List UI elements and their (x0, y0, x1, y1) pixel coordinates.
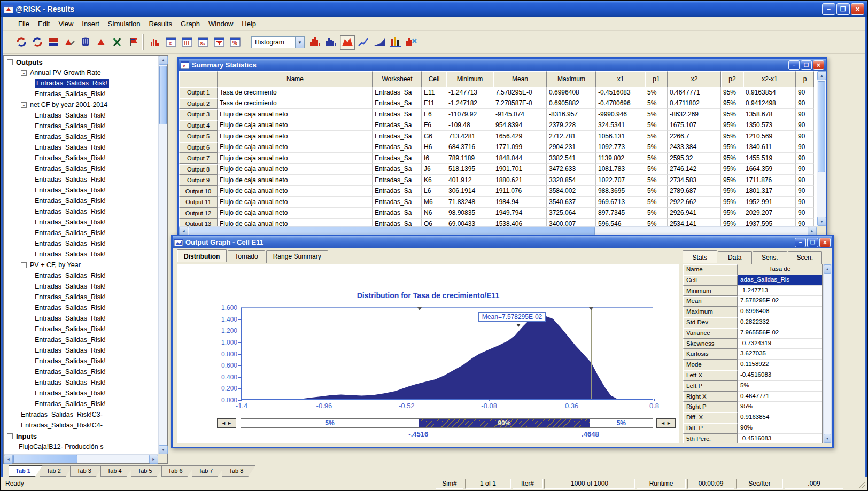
tree-output-item[interactable]: Entradas_Salidas_Risk! (5, 78, 158, 89)
menu-item-insert[interactable]: Insert (78, 18, 104, 29)
define-distribution-icon[interactable] (14, 35, 29, 50)
tree-output-item[interactable]: Entradas_Salidas_Risk! (5, 153, 158, 163)
summary-row-label[interactable]: Output 12 (179, 208, 218, 219)
sheet-tab-tab-5[interactable]: Tab 5 (131, 465, 165, 477)
tree-input-item[interactable]: FlujoCaja!B12- Producción s (5, 441, 158, 452)
tree-output-item[interactable]: Entradas_Salidas_Risk! (5, 334, 158, 345)
stats-scrollbar[interactable]: ▲ ▼ (823, 264, 832, 443)
tree-output-item[interactable]: Entradas_Salidas_Risk! (5, 185, 158, 196)
stats-scroll-up-icon[interactable]: ▲ (824, 264, 831, 274)
summary-row-label[interactable]: Output 5 (179, 131, 218, 142)
summary-hscroll-thumb[interactable] (189, 227, 595, 235)
graph-minimize-icon[interactable]: – (795, 238, 806, 247)
cumulative-graph-icon[interactable] (324, 35, 339, 50)
model-window-icon[interactable] (78, 35, 93, 50)
tree-output-item[interactable]: Entradas_Salidas_Risk! (5, 270, 158, 281)
summary-close-icon[interactable]: × (813, 60, 824, 70)
stats-row[interactable]: Celladas_Salidas_Ris (683, 275, 822, 286)
data-window-icon[interactable] (180, 35, 195, 50)
tree-output-item[interactable]: Entradas_Salidas_Risk!C3- (5, 409, 158, 420)
tree-horizontal-scrollbar[interactable]: ◄ ► (4, 454, 158, 463)
tree-output-item[interactable]: Entradas_Salidas_Risk! (5, 238, 158, 249)
stats-row[interactable]: Maximum0.6996408 (683, 307, 822, 317)
summary-row-label[interactable]: Output 9 (179, 175, 218, 186)
tree-scroll-up-icon[interactable]: ▲ (159, 56, 168, 65)
summary-row[interactable]: Output 2Tasa de crecimientoEntradas_SaF1… (179, 98, 817, 110)
resize-grip[interactable] (858, 481, 865, 488)
tree-output-item[interactable]: Entradas_Salidas_Risk! (5, 377, 158, 388)
tree-output-group[interactable]: -PV + CF, by Year (5, 260, 158, 270)
percentile-window-icon[interactable]: % (228, 35, 243, 50)
collapse-icon[interactable]: - (7, 433, 13, 439)
tree-output-item[interactable]: Entradas_Salidas_Risk! (5, 249, 158, 260)
tree-output-item[interactable]: Entradas_Salidas_Risk! (5, 131, 158, 142)
sheet-tab-tab-8[interactable]: Tab 8 (222, 465, 255, 477)
slider-mid-segment[interactable]: 90% (418, 419, 590, 427)
summary-row[interactable]: Output 3Flujo de caja anual netoEntradas… (179, 109, 817, 120)
dropdown-arrow-icon[interactable]: ▼ (295, 37, 304, 48)
tree-outputs-root[interactable]: -Outputs (5, 57, 158, 67)
summary-row-label[interactable]: Output 2 (179, 98, 218, 110)
stats-tab-stats[interactable]: Stats (683, 250, 717, 263)
summary-vscroll-thumb[interactable] (818, 81, 825, 172)
menu-item-view[interactable]: View (54, 18, 78, 29)
tree-output-item[interactable]: Entradas_Salidas_Risk! (5, 110, 158, 121)
graph-tab-range-summary[interactable]: Range Summary (266, 250, 328, 263)
tree-output-item[interactable]: Entradas_Salidas_Risk! (5, 174, 158, 185)
summary-row[interactable]: Output 7Flujo de caja anual netoEntradas… (179, 153, 817, 164)
summary-scroll-up-icon[interactable]: ▲ (817, 71, 826, 80)
collapse-icon[interactable]: - (21, 70, 27, 76)
summary-scroll-down-icon[interactable]: ▼ (817, 217, 826, 226)
stats-row[interactable]: Skewness-0.7324319 (683, 339, 822, 349)
insert-function-icon[interactable] (46, 35, 61, 50)
tree-output-item[interactable]: Entradas_Salidas_Risk! (5, 399, 158, 409)
distribution-artist-icon[interactable] (62, 35, 77, 50)
tree-output-item[interactable]: Entradas_Salidas_Risk! (5, 228, 158, 238)
tree-output-item[interactable]: Entradas_Salidas_Risk! (5, 163, 158, 174)
stats-tab-sens[interactable]: Sens. (753, 251, 787, 264)
graph-title-bar[interactable]: Output Graph - Cell E11 – ❐ × (173, 236, 832, 248)
tree-scroll-left-icon[interactable]: ◄ (4, 455, 13, 464)
slider-left-segment[interactable]: 5% (241, 419, 418, 427)
summary-row[interactable]: Output 8Flujo de caja anual netoEntradas… (179, 164, 817, 175)
add-output-icon[interactable] (30, 35, 45, 50)
tree-output-group[interactable]: -net CF by year 2001-2014 (5, 99, 158, 110)
excel-reports-icon[interactable] (110, 35, 125, 50)
summary-horizontal-scrollbar[interactable]: ◄ ► (179, 226, 817, 235)
delimiter-handle-icon[interactable] (589, 307, 593, 310)
summary-row-label[interactable]: Output 13 (179, 219, 218, 226)
stats-row[interactable]: NameTasa de (683, 264, 822, 275)
graph-tab-tornado[interactable]: Tornado (228, 250, 265, 263)
distribution-plot[interactable]: 1.6001.4001.2001.0000.8000.6000.4000.200… (241, 307, 653, 400)
summary-row[interactable]: Output 13Flujo de caja anual netoEntrada… (179, 219, 817, 226)
menu-grip[interactable] (9, 19, 10, 29)
stats-row[interactable]: Variance7.965556E-02 (683, 328, 822, 339)
sheet-tab-tab-7[interactable]: Tab 7 (192, 465, 226, 477)
toolbar-grip-2[interactable] (142, 34, 144, 50)
tree-output-item[interactable]: Entradas_Salidas_Risk! (5, 367, 158, 377)
menu-item-window[interactable]: Window (204, 18, 237, 29)
tree-hscroll-thumb[interactable] (13, 455, 78, 463)
ascending-cumulative-icon[interactable] (372, 35, 387, 50)
tree-output-item[interactable]: Entradas_Salidas_Risk! (5, 388, 158, 399)
graph-maximize-icon[interactable]: ❐ (807, 238, 818, 247)
report-settings-icon[interactable] (126, 35, 141, 50)
tree-inputs-root[interactable]: -Inputs (5, 431, 158, 441)
summary-row-label[interactable]: Output 8 (179, 164, 218, 175)
delimiter-line[interactable] (591, 308, 592, 399)
toolbar-grip-3[interactable] (244, 34, 245, 50)
tree-output-item[interactable]: Entradas_Salidas_Risk! (5, 313, 158, 324)
summary-row[interactable]: Output 12Flujo de caja anual netoEntrada… (179, 208, 817, 219)
sheet-tab-tab-2[interactable]: Tab 2 (40, 465, 73, 477)
tree-output-item[interactable]: Entradas_Salidas_Risk! (5, 324, 158, 334)
stats-tab-scen[interactable]: Scen. (788, 251, 823, 264)
slider-left-arrows[interactable]: ◄► (217, 418, 236, 428)
summary-row-label[interactable]: Output 6 (179, 142, 218, 153)
stats-row[interactable]: Minimum-1.247713 (683, 286, 822, 297)
histogram-graph-icon[interactable] (308, 35, 323, 50)
line-graph-icon[interactable] (356, 35, 371, 50)
area-graph-icon[interactable] (340, 35, 355, 50)
sheet-tab-tab-6[interactable]: Tab 6 (161, 465, 195, 477)
stats-row[interactable]: Left P5% (683, 381, 822, 392)
stats-row[interactable]: Left X-0.4516083 (683, 370, 822, 381)
